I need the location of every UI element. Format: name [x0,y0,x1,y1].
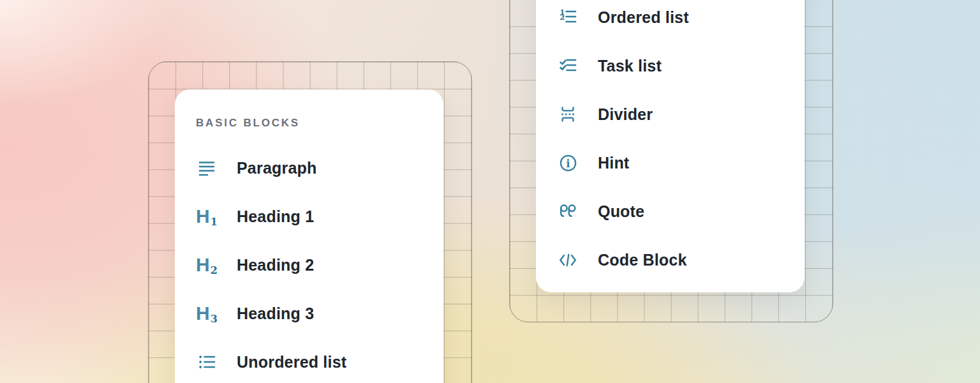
hint-icon: i [557,153,579,173]
menu-item-heading-2[interactable]: H2 Heading 2 [196,241,443,289]
basic-blocks-menu-card: BASIC BLOCKS Paragraph H1 Heading 1 H2 H… [175,89,443,383]
menu-item-label: Task list [598,57,662,75]
svg-text:2: 2 [560,13,565,22]
menu-item-label: Paragraph [237,159,316,177]
section-label: BASIC BLOCKS [196,117,443,128]
menu-item-code-block[interactable]: Code Block [557,236,805,284]
heading-1-icon: H1 [196,207,218,226]
menu-item-ordered-list[interactable]: 1 2 Ordered list [557,0,805,41]
blocks-menu-card-continued: 1 2 Ordered list Task list [536,0,805,292]
heading-3-icon: H3 [196,304,218,323]
heading-2-icon: H2 [196,255,218,274]
menu-item-label: Unordered list [237,353,346,372]
menu-item-label: Heading 2 [237,256,314,274]
menu-item-label: Hint [598,154,629,172]
menu-item-unordered-list[interactable]: Unordered list [196,338,443,383]
menu-item-label: Heading 1 [237,207,314,226]
ordered-list-icon: 1 2 [557,8,579,26]
menu-item-paragraph[interactable]: Paragraph [196,144,443,192]
menu-item-label: Ordered list [598,8,689,27]
task-list-icon [557,57,579,75]
menu-item-label: Quote [598,202,644,221]
menu-item-label: Heading 3 [237,304,314,323]
unordered-list-icon [196,353,218,371]
menu-item-label: Code Block [598,251,687,269]
menu-item-hint[interactable]: i Hint [557,139,805,187]
svg-text:i: i [566,157,570,169]
divider-icon [557,105,579,123]
menu-item-label: Divider [598,105,653,124]
menu-item-quote[interactable]: Quote [557,187,805,236]
menu-item-heading-1[interactable]: H1 Heading 1 [196,192,443,241]
code-block-icon [557,252,579,269]
hero-background: BASIC BLOCKS Paragraph H1 Heading 1 H2 H… [0,0,980,383]
menu-item-divider[interactable]: Divider [557,90,805,139]
quote-icon [557,203,579,220]
paragraph-icon [196,159,218,177]
menu-item-heading-3[interactable]: H3 Heading 3 [196,289,443,338]
menu-item-task-list[interactable]: Task list [557,41,805,90]
